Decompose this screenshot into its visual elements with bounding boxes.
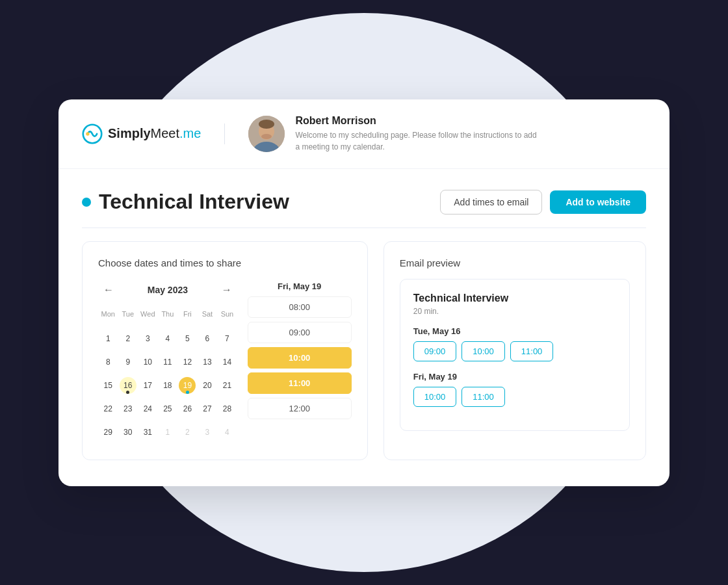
user-area: Robert Morrison Welcome to my scheduling… [248,115,542,153]
add-to-email-button[interactable]: Add times to email [440,190,542,214]
app-window: SimplyMeet.me Robert Morris [58,99,670,486]
time-slot[interactable]: 12:00 [248,398,352,419]
calendar-week-row: 891011121314 [98,350,237,374]
calendar-container: ← May 2023 → Mon Tue Wed Thu [98,281,352,444]
preview-time-button[interactable]: 10:00 [413,387,457,407]
calendar-day[interactable]: 11 [158,350,178,374]
calendar-day[interactable]: 1 [158,421,178,444]
email-date-groups: Tue, May 1609:0010:0011:00Fri, May 1910:… [413,326,616,407]
calendar-day[interactable]: 25 [158,397,178,421]
calendar-day [118,320,138,327]
calendar-day[interactable]: 13 [198,350,218,374]
calendar-header-row: Mon Tue Wed Thu Fri Sat Sun [98,307,237,320]
header: SimplyMeet.me Robert Morris [58,99,670,169]
add-to-website-button[interactable]: Add to website [550,190,646,214]
main-content: Technical Interview Add times to email A… [58,169,670,486]
calendar-day [217,320,237,327]
calendar-day[interactable]: 23 [118,397,138,421]
calendar-day[interactable]: 6 [198,327,218,350]
calendar-day[interactable]: 20 [198,374,218,397]
email-preview-panel: Email preview Technical Interview 20 min… [384,241,646,460]
calendar-week-row: 2930311234 [98,421,237,444]
day-header-fri: Fri [177,307,198,320]
month-label: May 2023 [148,285,188,295]
calendar-week-row: 22232425262728 [98,397,237,421]
prev-month-button[interactable]: ← [98,281,119,298]
preview-card: Technical Interview 20 min. Tue, May 160… [400,279,630,431]
day-header-sat: Sat [198,307,218,320]
calendar-day[interactable]: 12 [177,350,198,374]
calendar-day[interactable]: 27 [198,397,218,421]
logo-text: SimplyMeet.me [108,126,201,141]
logo-area: SimplyMeet.me [82,124,225,144]
calendar-day[interactable]: 29 [98,421,118,444]
preview-times: 09:0010:0011:00 [413,341,616,361]
calendar-week-row: 1234567 [98,327,237,350]
preview-date-group: Tue, May 1609:0010:0011:00 [413,326,616,361]
two-column-layout: Choose dates and times to share ← May 20… [82,241,646,460]
time-slots-panel: Fri, May 19 08:0009:0010:0011:0012:00 [248,281,352,444]
calendar-day [158,320,178,327]
calendar-day[interactable]: 9 [118,350,138,374]
day-header-mon: Mon [98,307,118,320]
calendar-day[interactable]: 24 [138,397,158,421]
calendar-day[interactable]: 2 [177,421,198,444]
calendar-day[interactable]: 28 [217,397,237,421]
calendar-day[interactable]: 10 [138,350,158,374]
next-month-button[interactable]: → [216,281,237,298]
calendar-day[interactable]: 14 [217,350,237,374]
calendar-day[interactable]: 2 [118,327,138,350]
calendar-day[interactable]: 3 [138,327,158,350]
preview-date-label: Tue, May 16 [413,326,616,336]
preview-time-button[interactable]: 11:00 [510,341,554,361]
calendar-day[interactable]: 16 [118,374,138,397]
calendar-day[interactable]: 22 [98,397,118,421]
calendar-day[interactable]: 4 [158,327,178,350]
preview-date-label: Fri, May 19 [413,372,616,382]
user-description: Welcome to my scheduling page. Please fo… [295,129,542,153]
time-slot[interactable]: 09:00 [248,322,352,343]
time-slots-list: 08:0009:0010:0011:0012:00 [248,296,352,419]
calendar-day[interactable]: 7 [217,327,237,350]
time-slot[interactable]: 08:00 [248,296,352,318]
svg-point-1 [86,132,89,135]
svg-point-6 [261,134,272,139]
status-dot [82,198,91,207]
calendar-week-row [98,320,237,327]
time-day-label: Fri, May 19 [248,281,352,291]
calendar-navigation: ← May 2023 → [98,281,237,298]
preview-date-group: Fri, May 1910:0011:00 [413,372,616,407]
calendar-day[interactable]: 31 [138,421,158,444]
calendar-day[interactable]: 3 [198,421,218,444]
preview-meeting-title: Technical Interview [413,292,616,304]
preview-time-button[interactable]: 09:00 [413,341,457,361]
meeting-title-area: Technical Interview [82,190,289,214]
time-slot[interactable]: 10:00 [248,347,352,369]
calendar-day[interactable]: 1 [98,327,118,350]
calendar-day[interactable]: 30 [118,421,138,444]
day-header-tue: Tue [118,307,138,320]
preview-times: 10:0011:00 [413,387,616,407]
calendar-day[interactable]: 5 [177,327,198,350]
calendar-day [98,320,118,327]
svg-point-5 [259,120,274,129]
calendar-day [177,320,198,327]
time-slot[interactable]: 11:00 [248,372,352,394]
calendar-day[interactable]: 17 [138,374,158,397]
calendar-week-row: 15161718192021 [98,374,237,397]
day-header-thu: Thu [158,307,178,320]
preview-time-button[interactable]: 10:00 [462,341,505,361]
calendar-day[interactable]: 19 [177,374,198,397]
calendar-day[interactable]: 21 [217,374,237,397]
calendar-day [138,320,158,327]
calendar-day[interactable]: 26 [177,397,198,421]
day-header-sun: Sun [217,307,237,320]
calendar-panel: Choose dates and times to share ← May 20… [82,241,368,460]
calendar-day[interactable]: 15 [98,374,118,397]
preview-time-button[interactable]: 11:00 [462,387,505,407]
calendar-day[interactable]: 8 [98,350,118,374]
preview-duration: 20 min. [413,307,616,316]
calendar-day[interactable]: 18 [158,374,178,397]
calendar-day[interactable]: 4 [217,421,237,444]
meeting-title: Technical Interview [99,190,289,214]
